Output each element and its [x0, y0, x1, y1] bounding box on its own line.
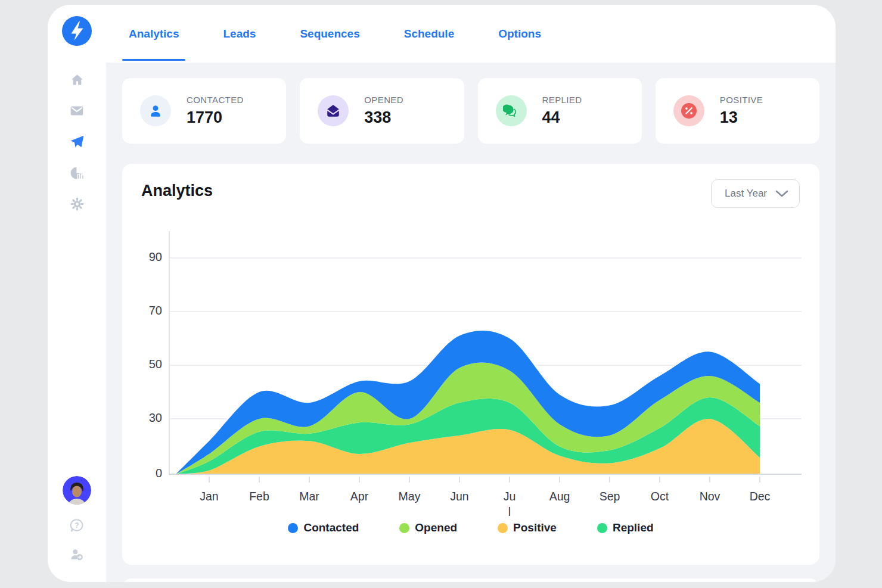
x-axis-labels: JanFebMarAprMayJunJu lAugSepOctNovDec [169, 489, 802, 522]
tab-sequences[interactable]: Sequences [293, 5, 366, 63]
bottom-panel-partial [122, 578, 819, 582]
x-tick-label: Mar [291, 489, 327, 504]
legend-label: Positive [513, 521, 557, 534]
legend-item-contacted: Contacted [288, 521, 359, 534]
send-icon [69, 134, 85, 150]
x-tick-label: Sep [592, 489, 628, 504]
stat-card-replied: REPLIED 44 [478, 78, 642, 144]
date-range-value: Last Year [725, 188, 767, 200]
stat-label: REPLIED [542, 95, 582, 105]
stat-label: CONTACTED [187, 95, 244, 105]
sidebar-nav [69, 72, 85, 211]
legend-dot [288, 523, 298, 533]
main-area: Analytics Leads Sequences Schedule Optio… [106, 5, 836, 582]
tab-leads[interactable]: Leads [216, 5, 262, 63]
stat-card-positive: POSITIVE 13 [656, 78, 819, 144]
lightning-logo-icon [62, 16, 92, 46]
stat-value: 13 [720, 108, 763, 127]
app-logo[interactable] [62, 16, 92, 46]
stat-card-opened: OPENED 338 [300, 78, 464, 144]
content-area: CONTACTED 1770 OPENED 338 [106, 63, 836, 582]
stats-row: CONTACTED 1770 OPENED 338 [122, 78, 819, 144]
legend-label: Opened [415, 521, 457, 534]
stat-card-contacted: CONTACTED 1770 [122, 78, 286, 144]
legend-label: Contacted [303, 521, 359, 534]
top-nav: Analytics Leads Sequences Schedule Optio… [106, 5, 836, 63]
app-window: ? Analytics Leads Sequences Sch [48, 5, 836, 582]
stacked-area-chart [169, 231, 802, 487]
stat-icon-wrap [140, 95, 171, 126]
y-tick-label: 70 [122, 304, 162, 318]
legend-dot [597, 523, 607, 533]
legend-item-positive: Positive [498, 521, 557, 534]
tab-options[interactable]: Options [492, 5, 548, 63]
home-icon [70, 73, 85, 88]
x-tick-label: Jun [442, 489, 477, 504]
tab-analytics[interactable]: Analytics [122, 5, 185, 63]
sidebar-item-settings[interactable] [69, 196, 85, 211]
date-range-dropdown[interactable]: Last Year [711, 179, 800, 208]
chart-legend: ContactedOpenedPositiveReplied [122, 521, 819, 534]
stat-label: OPENED [364, 95, 403, 105]
sidebar-item-help[interactable]: ? [69, 518, 85, 533]
sidebar-item-campaigns[interactable] [69, 134, 85, 150]
stat-value: 338 [364, 108, 403, 127]
panel-title: Analytics [141, 182, 213, 200]
x-tick-label: Ju l [492, 489, 527, 520]
avatar-photo [63, 476, 91, 505]
y-tick-label: 0 [122, 466, 162, 480]
stat-icon-wrap [673, 95, 704, 126]
desktop-background: ? Analytics Leads Sequences Sch [0, 0, 882, 588]
x-tick-label: Feb [241, 489, 277, 504]
legend-item-replied: Replied [597, 521, 654, 534]
pie-chart-icon [70, 166, 85, 181]
x-tick-label: Oct [642, 489, 678, 504]
legend-item-opened: Opened [399, 521, 457, 534]
legend-dot [399, 523, 409, 533]
user-avatar[interactable] [63, 476, 91, 505]
chat-bubbles-icon [503, 103, 519, 119]
x-tick-label: Jan [191, 489, 227, 504]
stat-label: POSITIVE [720, 95, 763, 105]
stat-value: 1770 [187, 108, 244, 127]
sidebar-bottom: ? [63, 476, 91, 582]
help-bubble-icon: ? [69, 518, 85, 534]
sidebar-item-mail[interactable] [69, 103, 85, 119]
mail-icon [69, 103, 85, 119]
y-axis-labels: 907050300 [122, 231, 162, 487]
stat-icon-wrap [318, 95, 349, 126]
y-tick-label: 30 [122, 411, 162, 425]
x-tick-label: Apr [341, 489, 377, 504]
stat-icon-wrap [496, 95, 527, 126]
x-tick-label: Nov [692, 489, 728, 504]
sidebar-item-home[interactable] [69, 72, 85, 88]
open-envelope-icon [325, 103, 341, 119]
y-tick-label: 50 [122, 357, 162, 371]
add-user-icon [69, 546, 85, 562]
chevron-down-icon [775, 190, 788, 197]
tab-schedule[interactable]: Schedule [397, 5, 461, 63]
sidebar-item-reports[interactable] [69, 165, 85, 181]
y-tick-label: 90 [122, 250, 162, 264]
x-tick-label: Aug [542, 489, 577, 504]
svg-text:?: ? [74, 521, 79, 530]
gear-icon [70, 197, 85, 211]
percent-icon [681, 102, 697, 119]
legend-label: Replied [613, 521, 654, 534]
x-tick-label: Dec [742, 489, 778, 504]
sidebar: ? [48, 5, 106, 582]
sidebar-item-invite[interactable] [69, 546, 85, 562]
legend-dot [498, 523, 508, 533]
analytics-panel: Analytics Last Year 907050300 JanFebMarA… [122, 164, 819, 565]
stat-value: 44 [542, 108, 582, 127]
person-icon [148, 103, 163, 119]
x-tick-label: May [392, 489, 427, 504]
